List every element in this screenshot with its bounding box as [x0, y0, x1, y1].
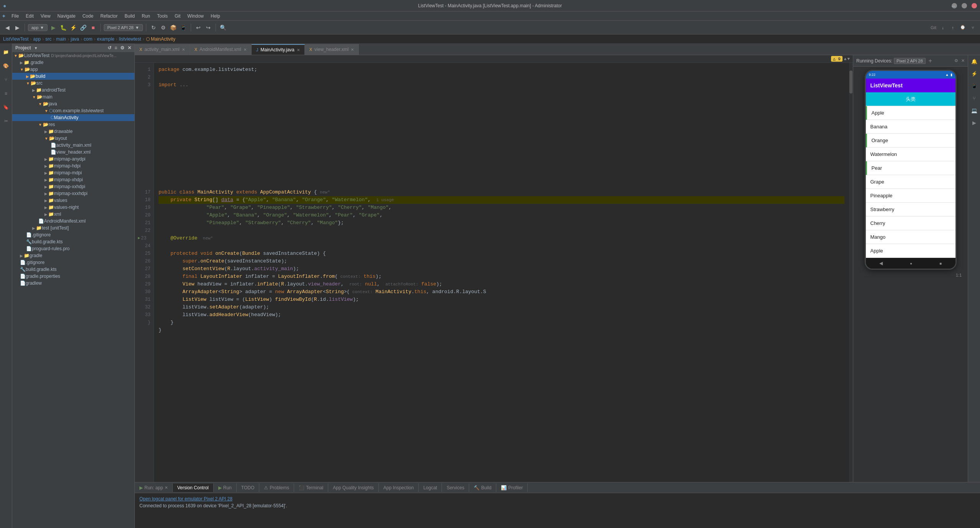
- tree-item-gradle[interactable]: ▶ 📁 .gradle: [12, 59, 134, 66]
- nav-back-btn[interactable]: ◀: [879, 261, 883, 266]
- breadcrumb-java[interactable]: java: [71, 36, 79, 42]
- forward-nav-icon[interactable]: ▶: [13, 23, 21, 32]
- bottom-tab-profiler[interactable]: 📊 Profiler: [496, 484, 528, 492]
- tab-close-androidmanifest[interactable]: ✕: [244, 48, 247, 52]
- menu-edit[interactable]: Edit: [23, 13, 37, 20]
- tab-mainactivity[interactable]: J MainActivity.java ✕: [252, 44, 305, 55]
- tree-item-androidmanifest[interactable]: 📄 AndroidManifest.xml: [12, 218, 134, 225]
- bottom-tab-terminal[interactable]: ⬛ Terminal: [294, 484, 328, 492]
- redo-icon[interactable]: ↪: [204, 23, 213, 32]
- sidebar-icon-2[interactable]: ≡: [115, 45, 117, 51]
- tree-item-mipmap-hdpi[interactable]: ▶ 📁 mipmap-hdpi: [12, 162, 134, 169]
- tree-item-gradleprops[interactable]: 📄 gradle.properties: [12, 273, 134, 280]
- breadcrumb-main[interactable]: main: [56, 36, 66, 42]
- tree-item-androidtest[interactable]: ▶ 📁 androidTest: [12, 87, 134, 93]
- pixel2-device-tab[interactable]: Pixel 2 API 28: [894, 58, 926, 64]
- tab-close-activity-main[interactable]: ✕: [182, 48, 185, 52]
- editor-scrollbar[interactable]: [849, 63, 853, 482]
- bookmarks-icon[interactable]: 🔖: [1, 102, 11, 113]
- tree-item-gradle-folder[interactable]: ▶ 📁 gradle: [12, 252, 134, 259]
- tree-item-activity-xml[interactable]: 📄 activity_main.xml: [12, 142, 134, 149]
- menu-help[interactable]: Help: [208, 13, 223, 20]
- sidebar-icon-3[interactable]: ⚙: [120, 45, 124, 51]
- tree-item-header-xml[interactable]: 📄 view_header.xml: [12, 149, 134, 156]
- bottom-tab-services[interactable]: Services: [442, 484, 469, 492]
- bottom-tab-problems[interactable]: ⚠ Problems: [259, 484, 294, 492]
- code-editor[interactable]: △ 9 ▲ ▼ 1 2 3: [135, 55, 853, 482]
- tree-item-proguard[interactable]: 📄 proguard-rules.pro: [12, 245, 134, 252]
- bottom-tab-app-inspection[interactable]: App Inspection: [379, 484, 419, 492]
- menu-code[interactable]: Code: [79, 13, 97, 20]
- gradle-tasks-icon[interactable]: ⚡: [970, 69, 979, 78]
- tab-view-header[interactable]: X view_header.xml ✕: [305, 44, 359, 55]
- build-variants-icon[interactable]: ⑂: [970, 93, 979, 103]
- bottom-tab-version-control[interactable]: Version Control: [173, 484, 214, 492]
- tree-item-buildgradle-root[interactable]: 🔧 build.gradle.kts: [12, 266, 134, 273]
- tree-item-gitignore-app[interactable]: 📄 .gitignore: [12, 231, 134, 238]
- device-panel-close[interactable]: ✕: [961, 58, 965, 63]
- tree-item-mipmap-xxhdpi[interactable]: ▶ 📁 mipmap-xxhdpi: [12, 183, 134, 190]
- breadcrumb-com[interactable]: com: [84, 36, 93, 42]
- git-push-icon[interactable]: ↑: [949, 23, 957, 32]
- nav-home-btn[interactable]: ●: [910, 261, 912, 266]
- attach-debugger-icon[interactable]: 🔗: [79, 23, 87, 32]
- running-devices-side-icon[interactable]: ▶: [970, 118, 979, 127]
- tree-item-values-night[interactable]: ▶ 📁 values-night: [12, 204, 134, 211]
- log-line-link[interactable]: Open logcat panel for emulator Pixel 2 A…: [139, 495, 975, 502]
- bottom-tab-app-quality[interactable]: App Quality Insights: [328, 484, 379, 492]
- tree-item-package[interactable]: ▼ ⬡ com.example.listviewtest: [12, 107, 134, 114]
- menu-git[interactable]: Git: [172, 13, 183, 20]
- tree-item-res[interactable]: ▼ 📂 res: [12, 121, 134, 128]
- tree-item-gitignore-root[interactable]: 📄 .gitignore: [12, 259, 134, 266]
- scissors-icon[interactable]: ✂: [1, 116, 11, 126]
- project-view-icon[interactable]: 📁: [1, 47, 11, 57]
- breadcrumb-listviewtest[interactable]: listviewtest: [119, 36, 141, 42]
- run-icon[interactable]: ▶: [49, 23, 57, 32]
- sidebar-icon-1[interactable]: ↺: [108, 45, 111, 51]
- settings-icon[interactable]: ⚙: [159, 23, 168, 32]
- menu-file[interactable]: File: [8, 13, 22, 20]
- tab-androidmanifest[interactable]: X AndroidManifest.xml ✕: [190, 44, 252, 55]
- menu-window[interactable]: Window: [184, 13, 207, 20]
- git-merge-icon[interactable]: ⑂: [969, 23, 977, 32]
- tree-item-gradlew[interactable]: 📄 gradlew: [12, 280, 134, 287]
- structure-icon[interactable]: ≡: [1, 88, 11, 99]
- device-manager-right-icon[interactable]: 📱: [970, 81, 979, 90]
- close-btn[interactable]: [972, 3, 977, 8]
- sidebar-icon-4[interactable]: ✕: [128, 45, 131, 51]
- avd-manager-icon[interactable]: 📱: [179, 23, 188, 32]
- bottom-tab-build[interactable]: 🔨 Build: [469, 484, 496, 492]
- git-pull-icon[interactable]: ↓: [939, 23, 947, 32]
- sdk-manager-icon[interactable]: 📦: [169, 23, 178, 32]
- tree-item-layout[interactable]: ▼ 📂 layout: [12, 135, 134, 142]
- tree-item-build[interactable]: ▶ 📂 build: [12, 73, 134, 80]
- undo-icon[interactable]: ↩: [194, 23, 203, 32]
- tab-close-view-header[interactable]: ✕: [351, 48, 354, 52]
- maximize-btn[interactable]: [962, 3, 967, 8]
- notifications-icon[interactable]: 🔔: [970, 57, 979, 66]
- warning-nav-down[interactable]: ▼: [847, 57, 850, 61]
- tree-item-src[interactable]: ▼ 📂 src: [12, 80, 134, 87]
- menu-build[interactable]: Build: [121, 13, 138, 20]
- resource-manager-icon[interactable]: 🎨: [1, 61, 11, 71]
- tree-item-drawable[interactable]: ▶ 📁 drawable: [12, 128, 134, 135]
- add-device-btn[interactable]: +: [929, 57, 932, 64]
- menu-navigate[interactable]: Navigate: [54, 13, 79, 20]
- stop-icon[interactable]: ■: [89, 23, 97, 32]
- tree-item-test[interactable]: ▶ 📁 test [unitTest]: [12, 225, 134, 231]
- tree-item-mipmap-mdpi[interactable]: ▶ 📁 mipmap-mdpi: [12, 169, 134, 176]
- git-history-icon[interactable]: ⌚: [959, 23, 967, 32]
- tree-item-mainactivity[interactable]: C MainActivity: [12, 114, 134, 121]
- sidebar-dropdown-arrow[interactable]: ▼: [34, 46, 38, 50]
- device-dropdown[interactable]: Pixel 2 API 28 ▼: [104, 24, 142, 31]
- tree-item-buildgradle-app[interactable]: 🔧 build.gradle.kts: [12, 238, 134, 245]
- tab-close-mainactivity[interactable]: ✕: [297, 48, 300, 52]
- menu-view[interactable]: View: [38, 13, 54, 20]
- search-everywhere-icon[interactable]: 🔍: [219, 23, 227, 32]
- device-panel-settings[interactable]: ⚙: [954, 58, 958, 63]
- logcat-link[interactable]: Open logcat panel for emulator Pixel 2 A…: [139, 496, 232, 502]
- sync-icon[interactable]: ↻: [149, 23, 158, 32]
- tree-item-mipmap-anydpi[interactable]: ▶ 📁 mipmap-anydpi: [12, 156, 134, 162]
- tree-item-mipmap-xxxhdpi[interactable]: ▶ 📁 mipmap-xxxhdpi: [12, 190, 134, 197]
- tab-activity-main[interactable]: X activity_main.xml ✕: [135, 44, 190, 55]
